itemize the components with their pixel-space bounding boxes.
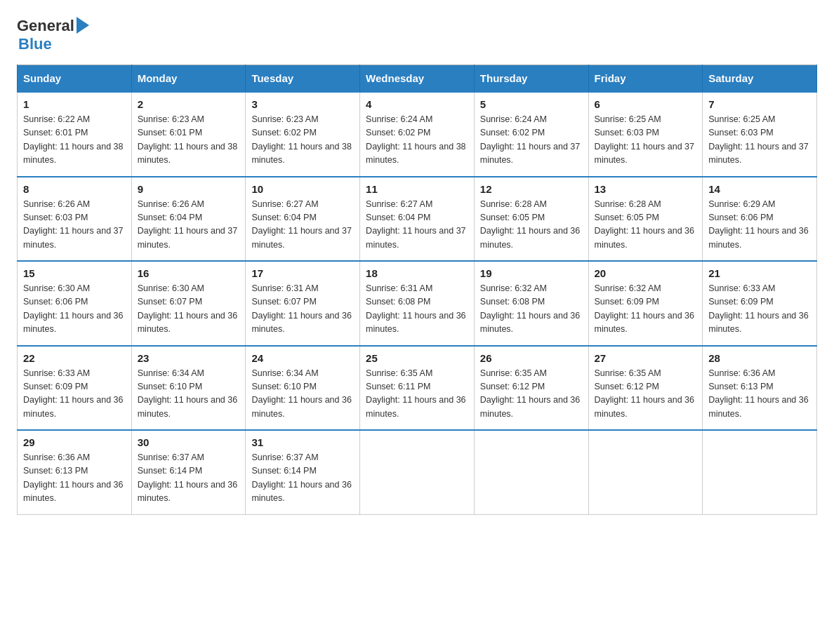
day-info: Sunrise: 6:35 AM Sunset: 6:11 PM Dayligh… <box>366 367 468 422</box>
day-number: 2 <box>138 98 240 110</box>
day-cell: 13 Sunrise: 6:28 AM Sunset: 6:05 PM Dayl… <box>588 177 703 262</box>
day-info: Sunrise: 6:24 AM Sunset: 6:02 PM Dayligh… <box>366 113 468 168</box>
day-info: Sunrise: 6:27 AM Sunset: 6:04 PM Dayligh… <box>251 198 354 253</box>
col-header-friday: Friday <box>588 65 703 93</box>
day-number: 7 <box>708 98 811 110</box>
day-number: 28 <box>708 352 811 364</box>
day-info: Sunrise: 6:32 AM Sunset: 6:08 PM Dayligh… <box>480 282 583 337</box>
page-header: General Blue <box>17 17 817 53</box>
logo-blue-text: Blue <box>18 35 89 53</box>
day-cell: 23 Sunrise: 6:34 AM Sunset: 6:10 PM Dayl… <box>131 346 246 431</box>
day-cell: 25 Sunrise: 6:35 AM Sunset: 6:11 PM Dayl… <box>360 346 475 431</box>
day-cell: 15 Sunrise: 6:30 AM Sunset: 6:06 PM Dayl… <box>18 261 132 346</box>
day-info: Sunrise: 6:34 AM Sunset: 6:10 PM Dayligh… <box>138 367 240 422</box>
calendar-table: SundayMondayTuesdayWednesdayThursdayFrid… <box>17 65 817 515</box>
day-cell: 27 Sunrise: 6:35 AM Sunset: 6:12 PM Dayl… <box>588 346 703 431</box>
week-row-3: 15 Sunrise: 6:30 AM Sunset: 6:06 PM Dayl… <box>18 261 817 346</box>
logo-arrow-icon <box>77 17 89 34</box>
day-number: 3 <box>251 98 354 110</box>
day-number: 31 <box>251 436 354 448</box>
day-number: 4 <box>366 98 468 110</box>
day-cell: 20 Sunrise: 6:32 AM Sunset: 6:09 PM Dayl… <box>588 261 703 346</box>
header-row: SundayMondayTuesdayWednesdayThursdayFrid… <box>18 65 817 93</box>
day-info: Sunrise: 6:28 AM Sunset: 6:05 PM Dayligh… <box>595 198 697 253</box>
day-number: 6 <box>595 98 697 110</box>
day-cell: 7 Sunrise: 6:25 AM Sunset: 6:03 PM Dayli… <box>703 92 817 177</box>
day-info: Sunrise: 6:26 AM Sunset: 6:04 PM Dayligh… <box>138 198 240 253</box>
day-number: 8 <box>23 183 126 195</box>
day-number: 12 <box>480 183 583 195</box>
day-info: Sunrise: 6:33 AM Sunset: 6:09 PM Dayligh… <box>708 282 811 337</box>
day-cell: 11 Sunrise: 6:27 AM Sunset: 6:04 PM Dayl… <box>360 177 475 262</box>
col-header-sunday: Sunday <box>18 65 132 93</box>
week-row-4: 22 Sunrise: 6:33 AM Sunset: 6:09 PM Dayl… <box>18 346 817 431</box>
day-cell: 26 Sunrise: 6:35 AM Sunset: 6:12 PM Dayl… <box>474 346 588 431</box>
day-number: 21 <box>708 267 811 279</box>
day-cell: 3 Sunrise: 6:23 AM Sunset: 6:02 PM Dayli… <box>246 92 360 177</box>
day-cell: 10 Sunrise: 6:27 AM Sunset: 6:04 PM Dayl… <box>246 177 360 262</box>
day-cell: 1 Sunrise: 6:22 AM Sunset: 6:01 PM Dayli… <box>18 92 132 177</box>
day-number: 29 <box>23 436 126 448</box>
day-cell: 29 Sunrise: 6:36 AM Sunset: 6:13 PM Dayl… <box>18 430 132 514</box>
day-cell <box>588 430 703 514</box>
day-number: 14 <box>708 183 811 195</box>
day-number: 27 <box>595 352 697 364</box>
col-header-monday: Monday <box>131 65 246 93</box>
day-cell: 5 Sunrise: 6:24 AM Sunset: 6:02 PM Dayli… <box>474 92 588 177</box>
day-info: Sunrise: 6:29 AM Sunset: 6:06 PM Dayligh… <box>708 198 811 253</box>
day-info: Sunrise: 6:30 AM Sunset: 6:07 PM Dayligh… <box>138 282 240 337</box>
week-row-1: 1 Sunrise: 6:22 AM Sunset: 6:01 PM Dayli… <box>18 92 817 177</box>
day-cell: 9 Sunrise: 6:26 AM Sunset: 6:04 PM Dayli… <box>131 177 246 262</box>
col-header-tuesday: Tuesday <box>246 65 360 93</box>
day-info: Sunrise: 6:30 AM Sunset: 6:06 PM Dayligh… <box>23 282 126 337</box>
day-info: Sunrise: 6:26 AM Sunset: 6:03 PM Dayligh… <box>23 198 126 253</box>
day-info: Sunrise: 6:25 AM Sunset: 6:03 PM Dayligh… <box>708 113 811 168</box>
day-number: 15 <box>23 267 126 279</box>
day-info: Sunrise: 6:36 AM Sunset: 6:13 PM Dayligh… <box>708 367 811 422</box>
day-number: 26 <box>480 352 583 364</box>
day-info: Sunrise: 6:24 AM Sunset: 6:02 PM Dayligh… <box>480 113 583 168</box>
day-number: 20 <box>595 267 697 279</box>
day-number: 11 <box>366 183 468 195</box>
day-info: Sunrise: 6:34 AM Sunset: 6:10 PM Dayligh… <box>251 367 354 422</box>
day-number: 5 <box>480 98 583 110</box>
day-info: Sunrise: 6:33 AM Sunset: 6:09 PM Dayligh… <box>23 367 126 422</box>
day-info: Sunrise: 6:35 AM Sunset: 6:12 PM Dayligh… <box>480 367 583 422</box>
day-number: 30 <box>138 436 240 448</box>
day-info: Sunrise: 6:35 AM Sunset: 6:12 PM Dayligh… <box>595 367 697 422</box>
day-cell: 21 Sunrise: 6:33 AM Sunset: 6:09 PM Dayl… <box>703 261 817 346</box>
day-cell: 17 Sunrise: 6:31 AM Sunset: 6:07 PM Dayl… <box>246 261 360 346</box>
day-cell: 14 Sunrise: 6:29 AM Sunset: 6:06 PM Dayl… <box>703 177 817 262</box>
day-cell: 16 Sunrise: 6:30 AM Sunset: 6:07 PM Dayl… <box>131 261 246 346</box>
day-cell <box>703 430 817 514</box>
day-number: 9 <box>138 183 240 195</box>
week-row-2: 8 Sunrise: 6:26 AM Sunset: 6:03 PM Dayli… <box>18 177 817 262</box>
day-cell: 30 Sunrise: 6:37 AM Sunset: 6:14 PM Dayl… <box>131 430 246 514</box>
day-number: 19 <box>480 267 583 279</box>
day-number: 22 <box>23 352 126 364</box>
col-header-wednesday: Wednesday <box>360 65 475 93</box>
day-cell <box>474 430 588 514</box>
day-info: Sunrise: 6:31 AM Sunset: 6:08 PM Dayligh… <box>366 282 468 337</box>
day-number: 1 <box>23 98 126 110</box>
day-cell: 2 Sunrise: 6:23 AM Sunset: 6:01 PM Dayli… <box>131 92 246 177</box>
day-info: Sunrise: 6:36 AM Sunset: 6:13 PM Dayligh… <box>23 451 126 506</box>
day-info: Sunrise: 6:22 AM Sunset: 6:01 PM Dayligh… <box>23 113 126 168</box>
logo-general-text: General <box>17 17 74 35</box>
day-number: 18 <box>366 267 468 279</box>
week-row-5: 29 Sunrise: 6:36 AM Sunset: 6:13 PM Dayl… <box>18 430 817 514</box>
day-info: Sunrise: 6:31 AM Sunset: 6:07 PM Dayligh… <box>251 282 354 337</box>
day-info: Sunrise: 6:32 AM Sunset: 6:09 PM Dayligh… <box>595 282 697 337</box>
day-info: Sunrise: 6:23 AM Sunset: 6:02 PM Dayligh… <box>251 113 354 168</box>
day-number: 24 <box>251 352 354 364</box>
day-info: Sunrise: 6:23 AM Sunset: 6:01 PM Dayligh… <box>138 113 240 168</box>
day-number: 16 <box>138 267 240 279</box>
day-number: 10 <box>251 183 354 195</box>
day-number: 25 <box>366 352 468 364</box>
day-info: Sunrise: 6:37 AM Sunset: 6:14 PM Dayligh… <box>138 451 240 506</box>
col-header-thursday: Thursday <box>474 65 588 93</box>
day-info: Sunrise: 6:25 AM Sunset: 6:03 PM Dayligh… <box>595 113 697 168</box>
day-number: 23 <box>138 352 240 364</box>
day-cell: 31 Sunrise: 6:37 AM Sunset: 6:14 PM Dayl… <box>246 430 360 514</box>
day-number: 13 <box>595 183 697 195</box>
